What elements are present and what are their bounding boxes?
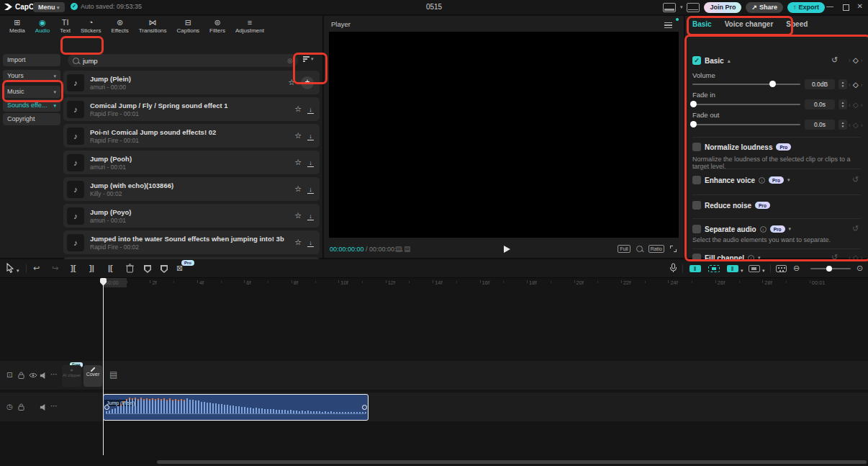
- filter-control[interactable]: ▾: [303, 56, 314, 62]
- split-icon[interactable]: ][: [71, 264, 76, 273]
- sidebar-item-music[interactable]: Music▾: [3, 86, 60, 98]
- freeze-frame-icon[interactable]: [144, 265, 151, 273]
- ai-clipper-button[interactable]: ∗ AI clipper: [62, 365, 81, 387]
- zoom-slider[interactable]: [810, 268, 851, 269]
- volume-stepper[interactable]: ▲▼: [838, 79, 847, 89]
- clear-search-icon[interactable]: ⊗: [287, 57, 293, 65]
- export-button[interactable]: ↓Export: [787, 2, 825, 13]
- audio-list-item[interactable]: ♪Jump (Pooh)amuri - 00:01☆↓: [63, 151, 320, 174]
- link-clips-toggle[interactable]: [727, 265, 738, 272]
- separate-audio-checkbox[interactable]: [692, 225, 701, 233]
- chevron-down-icon[interactable]: ▾: [741, 266, 743, 275]
- audio-clip-jump-plein[interactable]: Jump (Plein): [103, 394, 369, 421]
- search-input[interactable]: [83, 57, 284, 65]
- media-tab-stickers[interactable]: ◔Stickers: [76, 18, 106, 34]
- list-view-icon[interactable]: [404, 246, 410, 252]
- mask-icon[interactable]: [161, 265, 168, 273]
- favorite-star-icon[interactable]: ☆: [294, 211, 302, 220]
- prev-keyframe-icon[interactable]: ‹: [849, 57, 851, 64]
- zoom-slider-thumb[interactable]: [826, 266, 832, 272]
- chevron-down-icon[interactable]: ▾: [787, 177, 790, 183]
- fade-in-slider[interactable]: [692, 104, 800, 105]
- chevron-down-icon[interactable]: ▾: [789, 226, 792, 232]
- add-to-timeline-button[interactable]: +: [301, 76, 314, 89]
- download-icon[interactable]: ↓: [307, 159, 314, 166]
- track-options-icon[interactable]: [749, 265, 760, 272]
- volume-keyframe-control[interactable]: ‹◇›: [849, 81, 863, 89]
- download-icon[interactable]: ↓: [307, 133, 314, 140]
- lock-icon[interactable]: [18, 403, 24, 411]
- compact-layout-icon[interactable]: [687, 3, 700, 12]
- download-icon[interactable]: ↓: [307, 106, 314, 113]
- fade-in-keyframe-control[interactable]: ‹◇›: [849, 101, 863, 109]
- separate-audio-reset-icon[interactable]: ↺: [852, 224, 859, 233]
- cover-button[interactable]: Cover: [83, 365, 102, 387]
- sidebar-item-sounds-effe-[interactable]: Sounds effe...▾: [3, 99, 60, 112]
- media-tab-audio[interactable]: ◉Audio: [30, 18, 55, 34]
- preview-zoom-icon[interactable]: [636, 246, 643, 252]
- fade-in-stepper[interactable]: ▲▼: [838, 99, 847, 109]
- media-tab-captions[interactable]: ⊟Captions: [172, 18, 205, 34]
- enhance-voice-reset-icon[interactable]: ↺: [852, 175, 859, 184]
- video-preview[interactable]: [329, 32, 679, 238]
- sidebar-item-yours[interactable]: Yours▾: [3, 70, 60, 82]
- clip-right-handle[interactable]: [362, 405, 367, 410]
- auto-snap-toggle[interactable]: [708, 265, 720, 272]
- fade-out-slider-thumb[interactable]: [690, 121, 697, 127]
- trim-left-icon[interactable]: ]|: [89, 264, 94, 273]
- volume-slider[interactable]: [692, 84, 800, 85]
- playhead-line[interactable]: [103, 278, 104, 455]
- horizontal-scrollbar[interactable]: [157, 460, 867, 464]
- fade-in-value[interactable]: 0.0s: [805, 99, 835, 109]
- chevron-down-icon[interactable]: ▾: [680, 4, 683, 10]
- download-icon[interactable]: ↓: [307, 212, 314, 220]
- more-options-icon[interactable]: ⋯: [50, 370, 58, 378]
- collapse-icon[interactable]: ▴: [728, 58, 731, 64]
- fullscreen-icon[interactable]: [670, 246, 677, 252]
- undo-icon[interactable]: ↩: [33, 264, 40, 273]
- maximize-button[interactable]: [843, 4, 849, 11]
- magnetic-snap-toggle[interactable]: [690, 265, 701, 272]
- favorite-star-icon[interactable]: ☆: [294, 238, 302, 247]
- share-button[interactable]: ↗Share: [746, 2, 783, 13]
- play-button[interactable]: [504, 246, 510, 253]
- record-voiceover-icon[interactable]: [669, 263, 677, 273]
- eye-icon[interactable]: [29, 372, 37, 378]
- lock-icon[interactable]: [18, 371, 24, 380]
- player-menu-icon[interactable]: [664, 22, 672, 28]
- inspector-tab-basic[interactable]: Basic: [692, 20, 712, 28]
- audio-list-item[interactable]: ♪Jump (with echo)(103866)Killy - 00:02☆↓: [63, 177, 320, 201]
- timeline-ruler[interactable]: 00:002f4f6f8f10f12f14f16f18f20f22f24f26f…: [0, 278, 868, 287]
- grid-view-icon[interactable]: [396, 246, 402, 252]
- normalize-checkbox[interactable]: [692, 143, 701, 151]
- basic-reset-icon[interactable]: ↺: [831, 55, 838, 65]
- chevron-down-icon[interactable]: ▾: [17, 266, 19, 275]
- chevron-down-icon[interactable]: ▾: [762, 266, 765, 275]
- volume-slider-thumb[interactable]: [769, 81, 776, 87]
- basic-keyframe-control[interactable]: ‹ ◇ ›: [849, 56, 863, 64]
- speaker-icon[interactable]: [40, 403, 48, 411]
- favorite-star-icon[interactable]: ☆: [294, 184, 302, 194]
- zoom-fit-icon[interactable]: ⊙: [856, 264, 863, 273]
- fade-out-stepper[interactable]: ▲▼: [838, 120, 847, 130]
- fade-in-slider-thumb[interactable]: [690, 101, 697, 107]
- audio-list-item[interactable]: ♪Jump (Poyo)amuri - 00:01☆↓: [63, 204, 320, 228]
- audio-list-item[interactable]: ♪Poi-n! Comical Jump sound effects! 02Ra…: [63, 124, 320, 148]
- audio-list-item[interactable]: ♪Jump (Plein)amuri - 00:00☆+: [63, 71, 320, 94]
- shortcut-keyboard-icon[interactable]: [776, 265, 787, 272]
- favorite-star-icon[interactable]: ☆: [294, 158, 302, 167]
- next-keyframe-icon[interactable]: ›: [861, 57, 863, 64]
- favorite-star-icon[interactable]: ☆: [294, 131, 302, 140]
- join-pro-button[interactable]: Join Pro: [704, 2, 741, 13]
- trim-right-icon[interactable]: |[: [108, 264, 113, 273]
- sidebar-item-import[interactable]: Import: [3, 54, 60, 66]
- audio-list-item[interactable]: ♪Comical Jump / Fly / Spring sound effec…: [63, 97, 320, 121]
- media-tab-adjustment[interactable]: ≡Adjustment: [230, 18, 269, 34]
- media-tab-text[interactable]: TIText: [55, 18, 76, 34]
- favorite-star-icon[interactable]: ☆: [288, 78, 295, 87]
- redo-icon[interactable]: ↪: [52, 264, 58, 273]
- fade-out-keyframe-control[interactable]: ‹◇›: [849, 121, 863, 129]
- media-tab-effects[interactable]: ⊛Effects: [106, 18, 133, 34]
- select-tool-icon[interactable]: [6, 263, 14, 273]
- layout-toggle-icon[interactable]: [663, 3, 676, 12]
